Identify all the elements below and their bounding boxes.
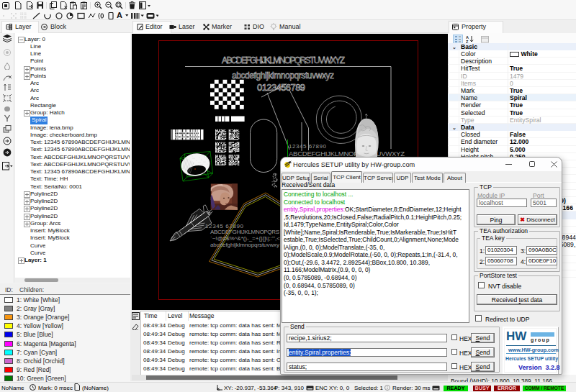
- svg-text:abcdefghijklmnopqrstuvwxyz: abcdefghijklmnopqrstuvwxyz: [232, 70, 334, 81]
- svg-text:0123456789: 0123456789: [257, 82, 305, 93]
- svg-text:ABCDEFGHIJKLMNOPQRS: ABCDEFGHIJKLMNOPQRS: [210, 229, 279, 235]
- svg-text:ABCDEFGHIJKLMNOPQRSTUVWXYZ: ABCDEFGHIJKLMNOPQRSTUVWXYZ: [222, 55, 345, 65]
- svg-text:12345 67890: 12345 67890: [289, 143, 327, 150]
- svg-text:`~!@#$%^&*()-_=+{}[]\|;:'",<: `~!@#$%^&*()-_=+{}[]\|;:'",<: [210, 235, 280, 242]
